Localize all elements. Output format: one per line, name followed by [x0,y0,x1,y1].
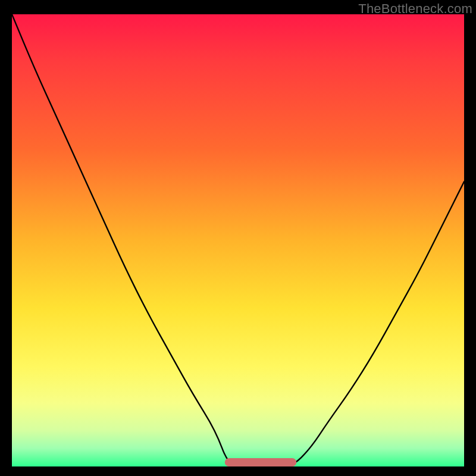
curve-layer [12,14,464,466]
chart-stage: TheBottleneck.com [0,0,476,476]
bottleneck-curve [12,14,464,466]
plot-area [12,14,464,466]
